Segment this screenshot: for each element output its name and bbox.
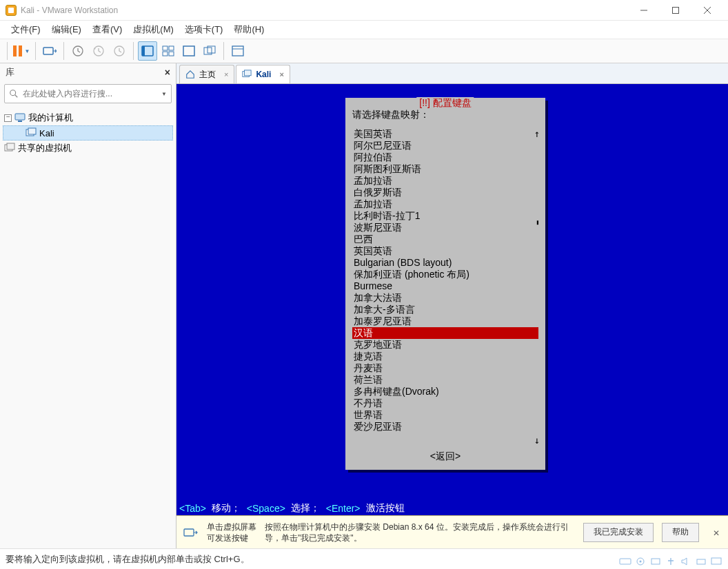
library-search[interactable]: ▼ [4, 84, 172, 103]
list-item[interactable]: 孟加拉语 [352, 175, 538, 187]
installer-back-button[interactable]: <返回> [352, 446, 538, 464]
list-item[interactable]: 爱沙尼亚语 [352, 421, 538, 433]
svg-rect-4 [43, 48, 53, 54]
svg-rect-11 [169, 46, 174, 50]
install-done-button[interactable]: 我已完成安装 [583, 523, 654, 542]
list-item[interactable]: 阿尔巴尼亚语 [352, 140, 538, 152]
list-item[interactable]: 捷克语 [352, 351, 538, 362]
tab-kali[interactable]: Kali × [236, 65, 290, 83]
tree-label: 共享的虚拟机 [18, 142, 72, 154]
maximize-button[interactable] [660, 1, 691, 20]
install-help-button[interactable]: 帮助 [662, 523, 699, 542]
installer-dialog: [!!] 配置键盘 请选择键盘映射： ↑ ▮ ↓ 美国英语阿尔巴尼亚语阿拉伯语阿… [345, 98, 545, 470]
tree-label: 我的计算机 [28, 112, 73, 124]
tree-node-my-computer[interactable]: − 我的计算机 [3, 110, 173, 125]
scroll-up-icon: ↑ [534, 128, 538, 140]
fullscreen-icon [183, 45, 195, 56]
tab-home[interactable]: 主页 × [179, 65, 234, 83]
svg-rect-24 [28, 128, 36, 134]
close-tab-button[interactable]: × [279, 70, 283, 79]
fullscreen-button[interactable] [179, 41, 199, 61]
monitor-icon [14, 112, 26, 123]
hdd-icon[interactable] [619, 557, 631, 566]
list-item[interactable]: Burmese [352, 280, 538, 292]
scroll-down-icon: ↓ [534, 435, 538, 446]
vmware-icon [6, 5, 17, 16]
list-item[interactable]: 孟加拉语 [352, 198, 538, 210]
list-item[interactable]: 英国英语 [352, 245, 538, 257]
revert-snapshot-button[interactable] [89, 41, 108, 61]
vm-console[interactable]: [!!] 配置键盘 请选择键盘映射： ↑ ▮ ↓ 美国英语阿尔巴尼亚语阿拉伯语阿… [176, 84, 728, 515]
list-item[interactable]: 丹麦语 [352, 362, 538, 374]
list-item[interactable]: 阿拉伯语 [352, 152, 538, 163]
list-item[interactable]: 波斯尼亚语 [352, 222, 538, 234]
search-input[interactable] [23, 89, 159, 99]
thumbnail-view-button[interactable] [159, 41, 178, 61]
svg-rect-10 [163, 46, 168, 50]
network-icon[interactable] [649, 557, 662, 566]
library-tree: − 我的计算机 Kali 共享的虚拟机 [0, 106, 176, 160]
list-item[interactable]: 荷兰语 [352, 374, 538, 386]
snapshot-manager-button[interactable] [110, 41, 129, 61]
menu-vm[interactable]: 虚拟机(M) [128, 21, 179, 38]
tree-node-shared[interactable]: 共享的虚拟机 [3, 141, 173, 156]
unity-icon [203, 45, 216, 56]
svg-point-19 [10, 90, 16, 96]
window-title: Kali - VMware Workstation [21, 6, 628, 15]
close-helper-button[interactable]: ✕ [713, 528, 721, 537]
svg-rect-21 [15, 114, 25, 120]
minimize-button[interactable] [628, 1, 659, 20]
clock-back-icon [92, 45, 105, 57]
tab-strip: 主页 × Kali × [176, 63, 728, 84]
list-item[interactable]: 世界语 [352, 409, 538, 421]
chevron-down-icon[interactable]: ▼ [161, 91, 167, 97]
send-ctrl-alt-del-button[interactable] [40, 41, 59, 61]
list-item[interactable]: 多冉柯键盘(Dvorak) [352, 386, 538, 397]
list-item[interactable]: 白俄罗斯语 [352, 187, 538, 198]
usb-icon[interactable] [665, 557, 677, 566]
suspend-button[interactable]: ▼ [12, 41, 31, 61]
close-button[interactable] [691, 1, 722, 20]
show-console-button[interactable] [138, 41, 157, 61]
list-item[interactable]: 加泰罗尼亚语 [352, 315, 538, 327]
menu-view[interactable]: 查看(V) [87, 21, 128, 38]
list-item[interactable]: 克罗地亚语 [352, 339, 538, 351]
list-item[interactable]: 保加利亚语 (phonetic 布局) [352, 269, 538, 280]
keyboard-layout-list[interactable]: ↑ ▮ ↓ 美国英语阿尔巴尼亚语阿拉伯语阿斯图利亚斯语孟加拉语白俄罗斯语孟加拉语… [352, 128, 538, 446]
installer-prompt: 请选择键盘映射： [352, 109, 538, 121]
menu-edit[interactable]: 编辑(E) [46, 21, 87, 38]
list-item[interactable]: 比利时语-拉丁1 [352, 210, 538, 222]
list-item[interactable]: 汉语 [352, 327, 538, 339]
home-icon [185, 70, 195, 79]
library-icon [232, 45, 244, 56]
list-item[interactable]: 巴西 [352, 234, 538, 245]
installer-footer-hint: <Tab> 移动； <Space> 选择； <Enter> 激活按钮 [176, 501, 728, 515]
helper-text: 可发送按键 [207, 532, 256, 544]
snapshot-button[interactable] [68, 41, 88, 61]
menu-tab[interactable]: 选项卡(T) [179, 21, 229, 38]
install-helper-bar: 单击虚拟屏幕 可发送按键 按照在物理计算机中的步骤安装 Debian 8.x 6… [176, 515, 728, 548]
close-sidebar-button[interactable]: × [165, 67, 170, 78]
list-item[interactable]: Bulgarian (BDS layout) [352, 257, 538, 269]
menu-help[interactable]: 帮助(H) [228, 21, 270, 38]
list-item[interactable]: 美国英语 [352, 128, 538, 140]
list-item[interactable]: 不丹语 [352, 397, 538, 409]
menu-file[interactable]: 文件(F) [6, 21, 46, 38]
library-button[interactable] [228, 41, 247, 61]
tree-node-kali[interactable]: Kali [3, 125, 173, 141]
cd-icon[interactable] [634, 557, 647, 566]
list-item[interactable]: 阿斯图利亚斯语 [352, 163, 538, 175]
status-text: 要将输入定向到该虚拟机，请在虚拟机内部单击或按 Ctrl+G。 [6, 553, 250, 566]
list-item[interactable]: 加拿大-多语言 [352, 304, 538, 315]
svg-rect-26 [7, 143, 14, 149]
list-item[interactable]: 加拿大法语 [352, 292, 538, 304]
installer-title: [!!] 配置键盘 [416, 97, 474, 110]
display-icon[interactable] [710, 557, 722, 566]
close-tab-button[interactable]: × [224, 70, 228, 79]
svg-rect-34 [697, 559, 705, 564]
printer-icon[interactable] [695, 557, 707, 566]
unity-button[interactable] [200, 41, 219, 61]
collapse-icon[interactable]: − [4, 114, 12, 122]
sound-icon[interactable] [680, 557, 692, 566]
search-icon [9, 89, 19, 99]
